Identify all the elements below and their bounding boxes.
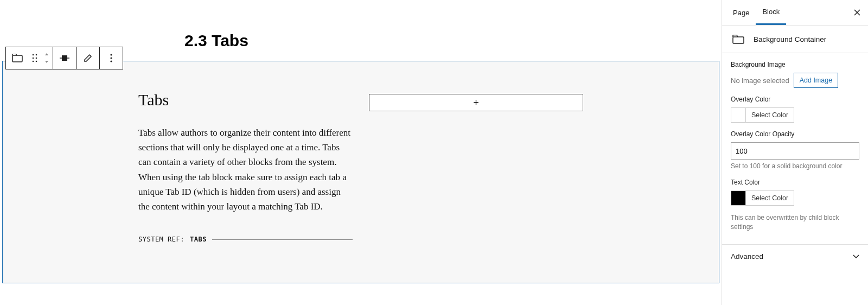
content-body[interactable]: Tabs allow authors to organize their con… [138, 125, 353, 214]
overlay-opacity-help: Set to 100 for a solid background color [731, 162, 859, 171]
overlay-opacity-input[interactable] [731, 142, 859, 160]
editor-area: 2.3 Tabs Tabs Tabs allow authors to orga… [0, 0, 722, 305]
overlay-color-swatch [731, 108, 745, 122]
svg-rect-0 [12, 55, 22, 62]
tab-page[interactable]: Page [726, 0, 756, 25]
svg-point-3 [33, 58, 34, 59]
add-block-button[interactable]: + [369, 94, 583, 111]
text-color-select[interactable]: Select Color [731, 190, 794, 206]
page-title[interactable]: 2.3 Tabs [184, 31, 722, 50]
toolbar-movers[interactable] [41, 47, 53, 69]
svg-point-11 [110, 60, 112, 62]
inspector-sidebar: Page Block Background Container Backgrou… [722, 0, 868, 305]
system-ref-value[interactable]: TABS [190, 236, 207, 243]
svg-point-6 [36, 61, 37, 62]
overlay-color-title: Overlay Color [731, 96, 859, 103]
close-icon [854, 9, 860, 16]
block-type-header: Background Container [722, 26, 868, 53]
overlay-opacity-title: Overlay Color Opacity [731, 130, 859, 138]
inspector-tabs: Page Block [722, 0, 868, 26]
panel-advanced-toggle[interactable]: Advanced [722, 244, 868, 268]
right-column: + [369, 91, 583, 243]
chevron-down-icon [853, 255, 859, 259]
block-toolbar [5, 47, 123, 69]
panel-background-image: Background Image No image selected Add I… [722, 53, 868, 244]
svg-point-5 [33, 61, 34, 62]
close-inspector-button[interactable] [851, 6, 864, 19]
movers-icon [44, 53, 49, 63]
pencil-icon [84, 54, 92, 62]
svg-point-4 [36, 58, 37, 59]
more-vertical-icon [110, 54, 112, 62]
system-ref: SYSTEM REF: TABS [138, 236, 353, 243]
toolbar-drag-handle[interactable] [29, 47, 41, 69]
two-column-layout: Tabs Tabs allow authors to organize thei… [3, 91, 719, 243]
plus-icon: + [473, 97, 479, 109]
folder-icon [732, 35, 744, 44]
toolbar-more-button[interactable] [100, 47, 123, 69]
add-image-button[interactable]: Add Image [794, 73, 838, 88]
drag-icon [32, 54, 37, 62]
text-select-color-button[interactable]: Select Color [745, 191, 794, 205]
align-icon [60, 54, 69, 62]
block-type-label: Background Container [754, 35, 826, 43]
overlay-color-select[interactable]: Select Color [731, 107, 794, 123]
left-column: Tabs Tabs allow authors to organize thei… [138, 91, 353, 243]
block-type-icon [731, 33, 746, 46]
system-ref-label: SYSTEM REF: [138, 236, 184, 243]
text-color-title: Text Color [731, 179, 859, 186]
toolbar-block-type-button[interactable] [6, 47, 29, 69]
svg-point-2 [36, 54, 37, 56]
svg-point-1 [33, 54, 34, 56]
content-heading[interactable]: Tabs [138, 91, 353, 109]
background-container-block[interactable]: Tabs Tabs allow authors to organize thei… [2, 61, 719, 283]
bg-image-title: Background Image [731, 61, 859, 68]
tab-block[interactable]: Block [756, 0, 786, 25]
bg-image-status: No image selected [731, 77, 789, 85]
toolbar-align-button[interactable] [53, 47, 76, 69]
svg-rect-14 [733, 37, 744, 43]
text-color-swatch [731, 191, 745, 205]
toolbar-edit-button[interactable] [76, 47, 99, 69]
overlay-select-color-button[interactable]: Select Color [745, 108, 794, 122]
text-color-help: This can be overwritten by child block s… [731, 213, 859, 232]
svg-point-10 [110, 57, 112, 59]
folder-icon [12, 54, 23, 62]
system-ref-line [212, 239, 353, 240]
advanced-title: Advanced [731, 252, 763, 260]
svg-point-9 [110, 54, 112, 55]
